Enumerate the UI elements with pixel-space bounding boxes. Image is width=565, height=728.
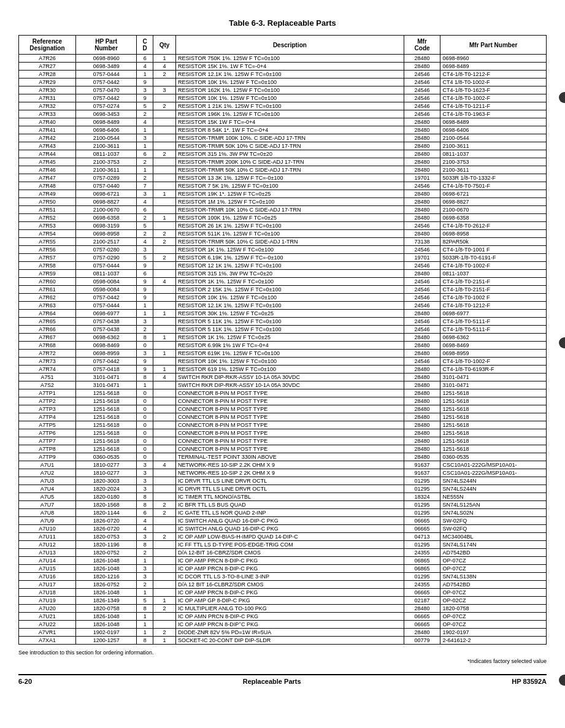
cell-mfr: 24546: [404, 286, 440, 294]
cell-qty: [153, 613, 175, 621]
cell-hp: 1200-1257: [75, 637, 137, 645]
cell-cd: 8: [137, 637, 153, 645]
cell-mfr: 01295: [404, 477, 440, 485]
cell-mfrpart: 82PAR50k: [440, 238, 547, 246]
cell-cd: 3: [137, 461, 153, 469]
cell-mfrpart: 0698-6362: [440, 334, 547, 342]
cell-mfr: 24546: [404, 358, 440, 366]
cell-hp: 2100-0544: [75, 134, 137, 142]
cell-cd: 3: [137, 573, 153, 581]
page-title: Table 6-3. Replaceable Parts: [18, 18, 547, 28]
cell-hp: 0698-8959: [75, 350, 137, 358]
cell-mfrpart: CT4-1/8-T0-2151-F: [440, 286, 547, 294]
cell-ref: A7U13: [19, 549, 76, 557]
cell-desc: RESISTOR 100K 1%. 125W F TC=0±25: [176, 214, 404, 222]
cell-qty: [153, 142, 175, 150]
cell-mfr: 24355: [404, 581, 440, 589]
cell-hp: 1251-5618: [75, 389, 137, 397]
cell-mfrpart: OP-07CZ: [440, 589, 547, 597]
cell-qty: [153, 429, 175, 437]
cell-ref: A7U18: [19, 589, 76, 597]
cell-cd: 6: [137, 270, 153, 278]
cell-hp: 1826-1349: [75, 597, 137, 605]
table-row: A7TP81251-56180CONNECTOR 8-PIN M POST TY…: [19, 445, 547, 453]
table-row: A7R650757-04383RESISTOR 5 11K 1%. 125W F…: [19, 318, 547, 326]
cell-mfrpart: 5033R 1/8-T0-1332-F: [440, 174, 547, 182]
cell-qty: [153, 485, 175, 493]
table-row: A7R410698-64061RESISTOR 8 54K 1*. 1W F T…: [19, 126, 547, 134]
cell-ref: A7R29: [19, 79, 76, 86]
table-row: A7R720698-895931RESISTOR 619K 1%. 125W F…: [19, 350, 547, 358]
cell-mfr: 28480: [404, 214, 440, 222]
cell-ref: A7U7: [19, 501, 76, 509]
header-hp-part: HP PartNumber: [75, 36, 137, 55]
table-row: A7TP51251-56180CONNECTOR 8-PIN M POST TY…: [19, 421, 547, 429]
cell-ref: A7XA1: [19, 637, 76, 645]
cell-mfr: 24546: [404, 302, 440, 310]
table-row: A7R680698-84690RESISTOR 6.99k 1% 1W F TC…: [19, 342, 547, 350]
cell-cd: 9: [137, 94, 153, 102]
cell-mfrpart: 0811-1037: [440, 270, 547, 278]
cell-desc: RESISTOR 162K 1%. 125W F TC=0±100: [176, 86, 404, 94]
table-row: A7VR11902-019712DIODE-ZNR 82V 5% PD=1W I…: [19, 629, 547, 637]
cell-cd: 4: [137, 198, 153, 206]
cell-desc: RESISTOR 15K 1W F TC=-0+4: [176, 118, 404, 126]
cell-cd: 9: [137, 262, 153, 270]
cell-mfr: 28480: [404, 63, 440, 71]
cell-mfr: 24546: [404, 79, 440, 86]
table-row: A7R310757-04429RESISTOR 10K 1%. 125W F T…: [19, 94, 547, 102]
table-row: A7U81820-114462IC GATE TTL LS NOR QUAD 2…: [19, 509, 547, 517]
cell-hp: 1251-5618: [75, 445, 137, 453]
cell-ref: A7R61: [19, 286, 76, 294]
cell-mfr: 73138: [404, 238, 440, 246]
cell-desc: IC OP AMP PRCN 8-DIP-C PKG: [176, 589, 404, 597]
parts-table: ReferenceDesignation HP PartNumber CD Qt…: [18, 35, 547, 645]
cell-mfr: 28480: [404, 437, 440, 445]
cell-hp: 0757-0444: [75, 302, 137, 310]
cell-cd: 0: [137, 405, 153, 413]
table-row: A7R610598-00849RESISTOR 2 15K 1%. 125W F…: [19, 286, 547, 294]
cell-desc: RESISTOR 1K 1%. 125W F TC=0±100: [176, 278, 404, 286]
cell-mfr: 02187: [404, 597, 440, 605]
cell-mfrpart: 0698-6721: [440, 190, 547, 198]
cell-mfrpart: SN74LS138N: [440, 573, 547, 581]
cell-desc: RESISTOR-TRMR 50K 10% C SIDE-ADJ 17-TRN: [176, 142, 404, 150]
cell-qty: [153, 182, 175, 190]
cell-mfrpart: SW-02FQ: [440, 525, 547, 533]
table-row: A7R422100-05443RESISTOR-TRMR 100K 10%. C…: [19, 134, 547, 142]
cell-cd: 5: [137, 597, 153, 605]
cell-hp: 1826-1048: [75, 613, 137, 621]
cell-mfr: 28480: [404, 230, 440, 238]
header-desc: Description: [176, 36, 404, 55]
cell-qty: 2: [153, 150, 175, 158]
cell-mfr: 01295: [404, 573, 440, 581]
page-container: Table 6-3. Replaceable Parts ReferenceDe…: [0, 0, 565, 728]
table-row: A7R660757-04382RESISTOR 5 11K 1%. 125W F…: [19, 326, 547, 334]
cell-qty: [153, 565, 175, 573]
cell-hp: 0757-0442: [75, 294, 137, 302]
cell-mfr: 24546: [404, 110, 440, 118]
cell-qty: 2: [153, 102, 175, 110]
cell-qty: 2: [153, 238, 175, 246]
table-body: A7R260698-896061RESISTOR 750K 1%. 125W F…: [19, 55, 547, 645]
table-row: A7U21810-02773NETWORK-RES 10-SIP 2 2K OH…: [19, 469, 547, 477]
cell-mfrpart: 0698-6406: [440, 126, 547, 134]
cell-cd: 9: [137, 366, 153, 374]
table-row: A7R530698-31595RESISTOR 26 1K 1%. 125W F…: [19, 222, 547, 230]
cell-qty: [153, 525, 175, 533]
table-row: A7TP21251-56180CONNECTOR 8-PIN M POST TY…: [19, 397, 547, 405]
cell-mfr: 24546: [404, 318, 440, 326]
cell-ref: A7TP1: [19, 389, 76, 397]
cell-qty: [153, 589, 175, 597]
cell-desc: RESISTOR 10K 1%. 125W F TC=0±100: [176, 79, 404, 86]
cell-qty: [153, 94, 175, 102]
cell-cd: 2: [137, 230, 153, 238]
footer-label: Replaceable Parts: [243, 678, 301, 685]
cell-ref: A7R33: [19, 110, 76, 118]
cell-desc: CONNECTOR 8-PIN M POST TYPE: [176, 437, 404, 445]
cell-qty: [153, 549, 175, 557]
cell-desc: CONNECTOR 8-PIN M POST TYPE: [176, 413, 404, 421]
cell-mfr: 28480: [404, 142, 440, 150]
cell-hp: 0698-3159: [75, 222, 137, 230]
cell-ref: A7R47: [19, 174, 76, 182]
